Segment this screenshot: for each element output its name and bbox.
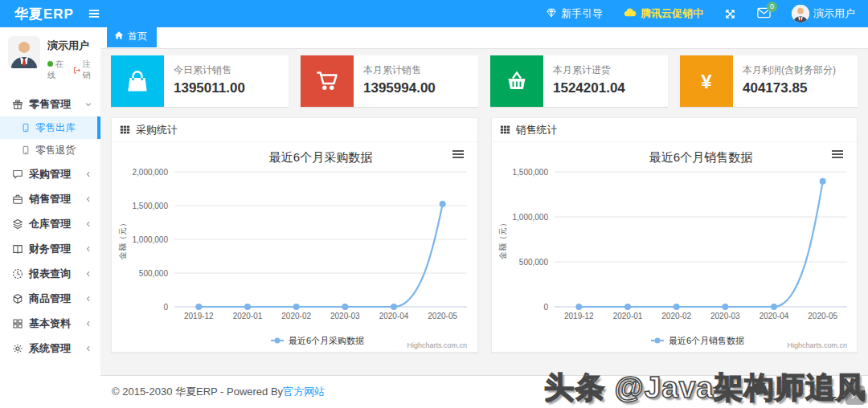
version-text: 当前版本：V2.1 [766,386,857,399]
sidebar-item-sale[interactable]: 销售管理 [0,186,100,211]
comment-icon [12,169,23,180]
chevron-left-icon [84,345,92,353]
stat-value: 1524201.04 [553,80,625,96]
grid-icon [12,318,23,329]
main-area: 首页 今日累计销售1395011.00本月累计销售1395994.00本月累计进… [100,27,868,408]
data-point[interactable] [819,178,825,185]
sidebar-item-warehouse[interactable]: 仓库管理 [0,211,100,236]
stat-label: 本月累计进货 [553,63,625,77]
x-tick-label: 2019-12 [564,312,594,320]
panel-header: 采购统计 [112,118,477,142]
y-axis-title: 金额（元） [118,219,127,260]
online-dot-icon [47,61,53,67]
chart-context-menu-icon[interactable] [831,149,844,160]
chevron-left-icon [84,170,92,178]
stat-cards-row: 今日累计销售1395011.00本月累计销售1395994.00本月累计进货15… [111,55,858,107]
legend-label[interactable]: 最近6个月采购数据 [289,336,364,345]
data-point[interactable] [673,304,679,310]
x-tick-label: 2020-04 [759,312,788,320]
stat-label: 今日累计销售 [174,63,245,77]
y-tick-label: 2,000,000 [133,168,169,177]
panel-title: 采购统计 [136,123,178,137]
x-tick-label: 2020-03 [710,312,740,320]
user-menu[interactable]: 演示用户 [792,5,855,22]
logout-button[interactable]: 注销 [73,59,96,81]
y-tick-label: 500,000 [519,258,549,267]
footer: © 2015-2030 华夏ERP - Powered By 官方网站 当前版本… [100,375,868,408]
charts-row: 采购统计 最近6个月采购数据0500,0001,000,0001,500,000… [111,117,858,353]
series-line [199,204,443,307]
x-tick-label: 2019-12 [184,312,214,320]
data-point[interactable] [293,304,300,310]
chart-context-menu-icon[interactable] [452,149,465,160]
data-point[interactable] [440,201,446,207]
data-point[interactable] [575,304,582,310]
data-point[interactable] [624,304,631,310]
y-axis-title: 金额（元） [498,219,507,260]
message-count-badge: 0 [767,2,777,12]
chart-credits[interactable]: Highcharts.com.cn [407,341,468,349]
sidebar-item-purchase[interactable]: 采购管理 [0,161,100,186]
box3d-icon [12,293,23,304]
sidebar-item-label: 商品管理 [29,292,71,306]
data-point[interactable] [771,304,777,310]
chevron-left-icon [84,220,92,228]
x-tick-label: 2020-04 [379,312,409,320]
promo-link[interactable]: 腾讯云促销中 [624,6,703,21]
copyright-text: © 2015-2030 华夏ERP - Powered By [112,385,283,399]
stat-card-month-purchase: 本月累计进货1524201.04 [490,55,668,107]
chart-credits[interactable]: Highcharts.com.cn [787,341,847,349]
guide-link[interactable]: 新手引导 [546,6,603,21]
chevron-left-icon [84,195,92,203]
x-tick-label: 2020-01 [233,312,263,320]
y-tick-label: 0 [164,303,169,312]
svg-text:¥: ¥ [701,71,712,92]
book-icon [12,243,23,255]
legend-marker-dot[interactable] [654,338,660,344]
tab-home[interactable]: 首页 [107,27,157,47]
sidebar-item-retail[interactable]: 零售管理 [0,92,100,116]
sidebar-item-report[interactable]: 报表查询 [0,261,100,286]
x-tick-label: 2020-01 [612,312,642,320]
x-tick-label: 2020-05 [428,312,458,320]
data-point[interactable] [342,304,349,310]
y-tick-label: 1,000,000 [133,235,169,244]
sidebar-item-label: 采购管理 [29,167,71,182]
legend-label[interactable]: 最近6个月销售数据 [669,336,744,345]
sidebar-item-goods[interactable]: 商品管理 [0,286,100,311]
avatar [8,36,40,68]
y-tick-label: 1,000,000 [512,213,548,222]
data-point[interactable] [244,304,251,310]
stat-card-today-sale: 今日累计销售1395011.00 [111,55,289,107]
official-site-link[interactable]: 官方网站 [283,385,325,399]
gem-icon [546,7,557,21]
sidebar-user-name: 演示用户 [47,39,96,53]
back-to-top-button[interactable] [845,386,865,405]
stat-value: 1395011.00 [174,80,245,96]
legend-marker-dot[interactable] [275,338,280,344]
online-status: 在线 [47,59,68,81]
sidebar-item-retail-return[interactable]: 零售退货 [0,139,100,161]
chevron-left-icon [84,320,92,328]
data-point[interactable] [391,304,397,310]
top-right-nav: 新手引导 腾讯云促销中 0 演示用户 [546,5,868,22]
y-tick-label: 1,500,000 [133,202,169,210]
gift-icon [12,99,23,110]
messages-button[interactable]: 0 [757,7,771,21]
sidebar-item-system[interactable]: 系统管理 [0,336,100,361]
stat-value: 1395994.00 [363,80,436,96]
sidebar-item-basic[interactable]: 基本资料 [0,311,100,336]
basket-icon [490,55,543,107]
data-point[interactable] [722,304,728,310]
sidebar-item-label: 零售管理 [29,97,71,112]
clock-icon [12,268,23,279]
sidebar-item-retail-out[interactable]: 零售出库 [0,116,100,139]
data-point[interactable] [196,304,203,310]
app-logo[interactable]: 华夏ERP [0,5,87,23]
sidebar-item-finance[interactable]: 财务管理 [0,236,100,261]
stat-card-month-profit: ¥本月利润(含财务部分)404173.85 [680,55,858,107]
stat-label: 本月累计销售 [363,63,436,77]
hamburger-menu-icon[interactable] [87,6,101,21]
fullscreen-icon[interactable] [724,8,736,20]
y-tick-label: 500,000 [139,269,169,278]
